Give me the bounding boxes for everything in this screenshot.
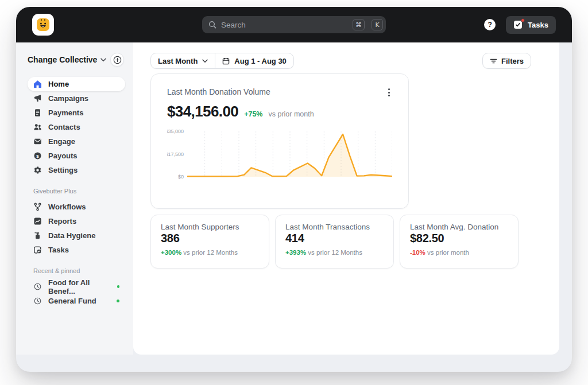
stat-title: Last Month Avg. Donation <box>410 223 508 231</box>
section-label-givebutter-plus: Givebutter Plus <box>33 188 125 195</box>
stat-cards-row: Last Month Supporters 386 +300% vs prior… <box>150 215 531 269</box>
donation-delta-note: vs prior month <box>268 110 314 118</box>
card-title: Last Month Donation Volume <box>167 87 270 96</box>
sidebar-item-tasks[interactable]: Tasks <box>28 243 125 257</box>
stat-card-avg-donation: Last Month Avg. Donation $82.50 -10% vs … <box>400 215 519 269</box>
sidebar-item-payments[interactable]: Payments <box>28 106 125 120</box>
stat-card-transactions: Last Month Transactions 414 +393% vs pri… <box>275 215 394 269</box>
date-range-picker[interactable]: Aug 1 - Aug 30 <box>215 53 293 68</box>
search-icon <box>208 21 216 29</box>
filter-lines-icon <box>490 57 497 65</box>
sidebar-item-label: Payments <box>48 108 83 117</box>
more-options-icon[interactable] <box>386 87 392 98</box>
section-label-recent-pinned: Recent & pinned <box>33 267 125 274</box>
sidebar-item-contacts[interactable]: Contacts <box>28 120 125 134</box>
svg-text:$: $ <box>36 154 39 159</box>
sidebar-item-payouts[interactable]: $ Payouts <box>28 149 125 163</box>
stat-delta: +300% <box>161 249 181 256</box>
main-content: Last Month Aug 1 - Aug 30 <box>133 42 559 355</box>
toolbar: Last Month Aug 1 - Aug 30 <box>150 53 531 69</box>
date-range-control: Last Month Aug 1 - Aug 30 <box>150 53 294 69</box>
envelope-icon <box>33 137 42 146</box>
sidebar-item-reports[interactable]: Reports <box>28 214 125 228</box>
filters-button-label: Filters <box>501 57 524 65</box>
sidebar-item-home[interactable]: Home <box>28 77 125 91</box>
stat-delta-note: vs prior 12 Months <box>308 249 362 256</box>
calendar-icon <box>222 57 230 65</box>
filters-button[interactable]: Filters <box>482 53 531 69</box>
stat-title: Last Month Supporters <box>161 223 259 231</box>
range-preset-dropdown[interactable]: Last Month <box>151 53 215 68</box>
stat-value: 386 <box>161 232 259 245</box>
range-preset-label: Last Month <box>158 57 198 65</box>
sidebar-item-settings[interactable]: Settings <box>28 163 125 177</box>
notification-dot <box>521 18 525 22</box>
app-window: ⌘ K ? Tasks <box>16 7 572 372</box>
svg-text:$0: $0 <box>178 174 184 180</box>
search-input[interactable] <box>221 21 348 29</box>
app-body: Change Collective Home <box>16 42 572 355</box>
donation-volume-card: Last Month Donation Volume $34,156.00 +7… <box>150 73 409 209</box>
sidebar-item-recent-1[interactable]: General Fund <box>28 294 125 308</box>
megaphone-icon <box>33 94 42 103</box>
sidebar-item-label: Workflows <box>48 203 86 211</box>
donation-total-value: $34,156.00 <box>167 103 238 120</box>
stat-delta: +393% <box>285 249 306 256</box>
chevron-down-icon <box>202 59 208 63</box>
donation-delta: +75% <box>244 110 262 118</box>
chevron-down-icon <box>100 58 106 62</box>
sidebar-item-data-hygiene[interactable]: Data Hygiene <box>28 228 125 243</box>
sidebar-item-workflows[interactable]: Workflows <box>28 200 125 214</box>
k-keycap: K <box>372 19 383 30</box>
soap-dispenser-icon <box>33 231 42 240</box>
tasks-button-label: Tasks <box>528 21 548 29</box>
cmd-keycap: ⌘ <box>353 19 365 30</box>
sidebar-item-recent-0[interactable]: Food for All Benef... <box>28 279 125 294</box>
stat-title: Last Month Transactions <box>285 223 384 231</box>
top-bar: ⌘ K ? Tasks <box>16 7 572 42</box>
sidebar-item-label: Engage <box>48 137 75 146</box>
search-bar[interactable]: ⌘ K <box>202 16 386 33</box>
svg-text:$35,000: $35,000 <box>167 129 184 134</box>
org-name: Change Collective <box>28 55 97 64</box>
branch-icon <box>33 203 42 211</box>
add-campaign-button[interactable] <box>110 53 124 67</box>
sidebar-item-label: Payouts <box>48 151 78 160</box>
sidebar-item-engage[interactable]: Engage <box>28 134 125 149</box>
sidebar-item-campaigns[interactable]: Campaigns <box>28 91 125 106</box>
topbar-actions: ? Tasks <box>484 16 556 34</box>
stat-delta-note: vs prior month <box>427 249 469 256</box>
sidebar-item-label: Reports <box>48 217 76 225</box>
givebutter-smiley-icon <box>35 17 51 33</box>
sidebar-item-label: Settings <box>48 166 78 174</box>
svg-text:$17,500: $17,500 <box>167 151 184 157</box>
org-switcher[interactable]: Change Collective <box>28 55 106 64</box>
people-icon <box>33 123 42 131</box>
sidebar-item-label: Contacts <box>48 123 80 131</box>
stat-delta: -10% <box>410 249 425 256</box>
live-status-dot <box>117 285 119 288</box>
date-range-label: Aug 1 - Aug 30 <box>234 57 287 65</box>
stat-value: 414 <box>285 232 384 245</box>
recent-item-label: Food for All Benef... <box>48 278 111 295</box>
sidebar-item-label: Campaigns <box>48 94 88 103</box>
sidebar-item-label: Home <box>48 80 69 88</box>
plus-circle-icon <box>113 56 122 64</box>
sidebar-item-label: Data Hygiene <box>48 231 95 240</box>
stat-delta-note: vs prior 12 Months <box>183 249 238 256</box>
gear-icon <box>33 166 42 174</box>
sidebar: Change Collective Home <box>16 42 133 355</box>
chart-icon <box>33 217 42 225</box>
org-switcher-row: Change Collective <box>28 53 124 67</box>
home-icon <box>33 80 42 88</box>
donation-volume-chart: $35,000$17,500$0 <box>167 128 392 184</box>
dollar-coin-icon: $ <box>33 151 42 160</box>
givebutter-logo[interactable] <box>32 14 54 36</box>
stat-value: $82.50 <box>410 232 508 245</box>
live-status-dot <box>117 300 119 302</box>
clock-icon <box>33 282 42 291</box>
stat-card-supporters: Last Month Supporters 386 +300% vs prior… <box>150 215 269 269</box>
help-button[interactable]: ? <box>484 19 496 30</box>
tasks-button[interactable]: Tasks <box>506 16 556 34</box>
clock-icon <box>33 297 42 305</box>
